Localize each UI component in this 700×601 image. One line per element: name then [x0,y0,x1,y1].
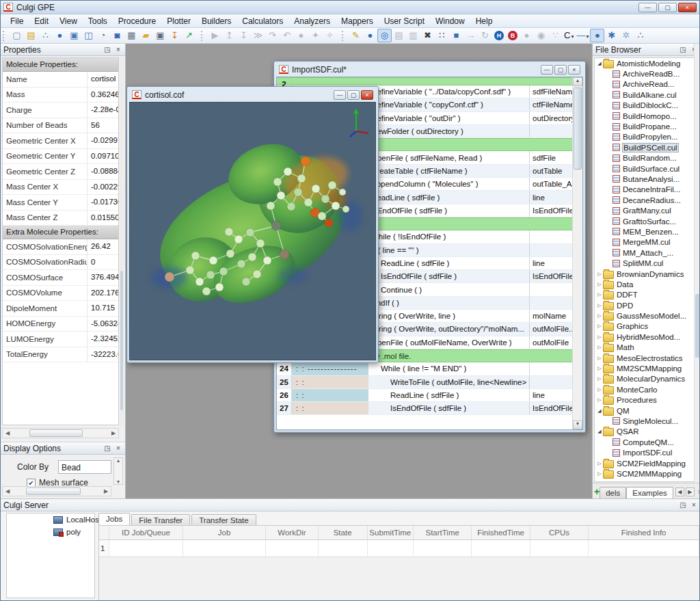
collapsed-arrow-icon[interactable]: ▷ [596,292,603,297]
shield-icon[interactable]: ◙ [110,29,124,42]
script-output-variable[interactable] [529,244,572,256]
script-command[interactable]: String ( OverWrite, outDirectory"/"molNa… [368,325,529,333]
toolbar-grip[interactable] [201,31,205,41]
menu-help[interactable]: Help [470,15,498,27]
open-folder-icon[interactable]: ▰ [139,29,153,42]
tree-folder-mm2scmmapping[interactable]: ▷MM2SCMMapping [595,363,699,373]
scroll-down-icon[interactable]: ▼ [114,479,122,484]
jobs-column-submittime[interactable]: SubmitTime [368,526,414,540]
collapsed-arrow-icon[interactable]: ▷ [596,334,603,340]
script-command[interactable]: DefineVariable ( "outDir" ) [368,114,529,122]
menu-tools[interactable]: Tools [83,15,113,27]
tree-file-singlemolecul[interactable]: SingleMolecul... [595,416,699,426]
new-table-icon[interactable]: ▦ [124,29,139,42]
script-command[interactable]: OpenFile ( sdfFileName, Read ) [368,154,529,162]
tree-file-buildpropylen[interactable]: BuildPropylen... [595,132,699,142]
tree-folder-data[interactable]: ▷Data [595,279,699,289]
close-icon[interactable]: × [690,501,698,509]
jobs-cell-workdir[interactable] [266,540,318,557]
script-output-variable[interactable] [529,376,572,388]
molecule-viewport[interactable] [129,102,376,360]
element-select[interactable]: C▾ [563,29,575,42]
tree-file-buildhomopo[interactable]: BuildHomopo... [595,111,699,121]
script-command[interactable]: ReadLine ( sdfFile ) [368,193,529,202]
server-host-poly[interactable]: poly [7,526,94,538]
jobs-column-workdir[interactable]: WorkDir [266,526,318,540]
collapsed-arrow-icon[interactable]: ▷ [596,397,603,403]
collapsed-arrow-icon[interactable]: ▷ [596,323,603,329]
tree-file-mergemm-cul[interactable]: MergeMM.cul [595,237,699,248]
script-output-variable[interactable]: molName [529,310,572,322]
menu-mappers[interactable]: Mappers [336,15,379,27]
periodic-box-icon[interactable]: ■ [449,29,463,42]
script-output-variable[interactable]: line [529,257,572,269]
toolbar-grip[interactable] [342,31,346,41]
collapsed-arrow-icon[interactable]: ▷ [596,356,603,361]
tree-file-butaneanalysi[interactable]: ButaneAnalysi... [595,174,699,184]
tree-file-grafttosurfac[interactable]: GrafttoSurfac... [595,216,699,226]
script-row-25[interactable]: 25: :WriteToFile ( outMolFile, line<Newl… [277,376,572,389]
color-by-dropdown[interactable]: Bead [58,460,111,474]
script-row-26[interactable]: 26: :ReadLine ( sdfFile )line [277,389,572,402]
script-output-variable[interactable] [529,362,572,375]
title-bar[interactable]: C Culgi GPE — ▢ × [1,1,699,14]
script-command[interactable]: DefineVariable ( "copyConf.ctf" ) [368,101,529,109]
boron-icon[interactable]: B [508,31,517,40]
cortisol-titlebar[interactable]: C cortisol.cof — ▢ × [127,87,378,102]
tree-file-buildsurface-cul[interactable]: BuildSurface.cul [595,163,699,174]
script-output-variable[interactable] [529,297,572,309]
tree-file-buildpropane[interactable]: BuildPropane... [595,121,699,131]
jobs-cell-job[interactable] [183,540,266,557]
tree-file-buildalkane-cul[interactable]: BuildAlkane.cul [595,90,699,100]
toolbar-grip[interactable] [3,31,7,41]
jobs-column-finished-info[interactable]: Finished Info [589,526,699,540]
rotate-mode-icon[interactable]: ◎ [377,29,392,42]
jobs-cell-state[interactable] [319,540,368,557]
script-command[interactable]: NewFolder ( outDirectory ) [368,127,529,135]
culgi-server-titlebar[interactable]: Culgi Server ◳ × [1,499,700,511]
display-options-vertical-scrollbar[interactable]: ▲ ▼ [113,457,123,485]
server-tab-file-transfer[interactable]: File Transfer [131,514,190,525]
tree-folder-atomisticmodeling[interactable]: ◢AtomisticModeling [595,58,699,68]
script-row-27[interactable]: 27: :IsEndOfFile ( sdfFile )IsEndOfFile [277,402,572,415]
menu-procedure[interactable]: Procedure [113,15,161,27]
new-file-icon[interactable]: ▢ [10,29,24,42]
jobs-cell-cpus[interactable] [530,540,589,557]
script-vertical-scrollbar[interactable]: ▲ ▼ [572,77,582,429]
tree-file-buildpscell-cul[interactable]: BuildPSCell.cul [595,142,699,152]
close-button[interactable]: × [568,65,580,75]
file-tree-scrollbar[interactable] [694,44,700,498]
server-host-localhost[interactable]: LocalHost [7,513,94,526]
script-output-variable[interactable]: ctfFileName [529,98,572,111]
tree-folder-ddft[interactable]: ▷DDFT [595,290,699,300]
importsdf-titlebar[interactable]: C ImportSDF.cul* — ▢ × [274,62,585,77]
maximize-button[interactable]: ▢ [658,3,677,12]
menu-user-script[interactable]: User Script [379,15,430,27]
close-button[interactable]: × [361,90,373,100]
tab-close-icon[interactable]: × [696,488,700,496]
minimize-button[interactable]: — [541,65,553,75]
scroll-down-icon[interactable]: ▼ [573,420,582,429]
script-command[interactable]: String ( OverWrite, line ) [368,312,529,320]
tree-file-computeqm[interactable]: ComputeQM... [595,437,699,447]
tree-folder-mesoelectrostatics[interactable]: ▷MesoElectrostatics [595,353,699,363]
jobs-cell-starttime[interactable] [414,540,472,557]
edit-mode-icon[interactable]: ✎ [349,29,363,42]
delete-icon[interactable]: ✖ [420,29,435,42]
close-icon[interactable]: × [114,46,122,53]
select-region-icon[interactable]: ∷ [435,29,449,42]
menu-analyzers[interactable]: Analyzers [288,15,336,27]
jobs-column-job[interactable]: Job [183,526,266,540]
scroll-right-icon[interactable]: ▶ [101,488,111,494]
tab-scroll-left-icon[interactable]: ◀ [675,488,684,496]
menu-edit[interactable]: Edit [29,15,54,27]
scroll-right-icon[interactable]: ▶ [109,430,118,436]
tree-folder-moleculardynamics[interactable]: ▷MolecularDynamics [595,374,699,384]
collapsed-arrow-icon[interactable]: ▷ [596,282,603,287]
script-command[interactable]: AppendColumn ( "Molecules" ) [368,180,529,188]
scroll-left-icon[interactable]: ◀ [3,430,12,436]
hydrogen-icon[interactable]: H [494,31,504,40]
jobs-column-starttime[interactable]: StartTime [414,526,472,540]
collapsed-arrow-icon[interactable]: ▷ [596,313,603,319]
script-output-variable[interactable]: outTable_A... [529,178,572,190]
